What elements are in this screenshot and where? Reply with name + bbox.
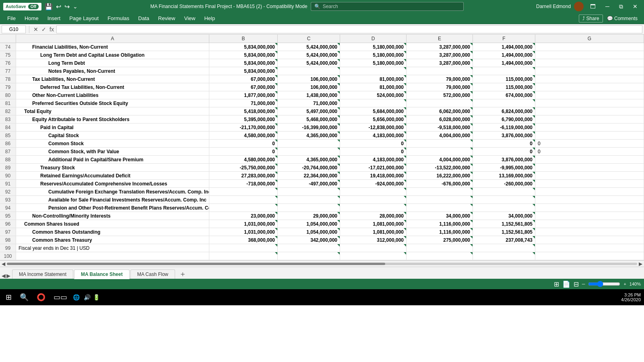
cell-c[interactable]: 1,438,000,000 bbox=[278, 91, 340, 99]
cell-c[interactable] bbox=[278, 67, 340, 75]
cell-b[interactable]: 5,395,000,000 bbox=[209, 115, 278, 123]
cell-a[interactable]: Tax Liabilities, Non-Current bbox=[16, 75, 209, 83]
cell-g[interactable] bbox=[535, 51, 644, 59]
cell-a[interactable]: Total Equity bbox=[16, 107, 209, 115]
cell-g[interactable]: 0 bbox=[535, 148, 644, 155]
col-header-a[interactable]: A bbox=[16, 35, 209, 43]
cancel-formula-icon[interactable]: ✕ bbox=[33, 26, 39, 33]
cell-c[interactable] bbox=[278, 204, 340, 212]
cell-d[interactable] bbox=[340, 204, 407, 212]
cell-f[interactable] bbox=[473, 99, 535, 107]
cell-f[interactable]: 34,000,000 bbox=[473, 212, 535, 220]
cell-e[interactable]: -9,518,000,000 bbox=[407, 123, 473, 131]
menu-help[interactable]: Help bbox=[200, 14, 219, 23]
tab-scroll-left[interactable]: ◀ bbox=[2, 273, 6, 279]
cell-f[interactable] bbox=[473, 204, 535, 212]
cell-e[interactable]: -13,522,000,000 bbox=[407, 164, 473, 171]
horizontal-scrollbar[interactable]: ◀ ▶ bbox=[0, 260, 644, 267]
cell-g[interactable] bbox=[535, 67, 644, 75]
cell-e[interactable]: 4,004,000,000 bbox=[407, 156, 473, 163]
menu-data[interactable]: Data bbox=[134, 14, 153, 23]
cell-d[interactable]: 19,418,000,000 bbox=[340, 172, 407, 179]
cell-c[interactable]: -497,000,000 bbox=[278, 180, 340, 187]
cell-c[interactable]: 106,000,000 bbox=[278, 83, 340, 91]
comments-button[interactable]: 💬 Comments bbox=[604, 15, 641, 22]
cell-d[interactable] bbox=[340, 67, 407, 75]
cell-e[interactable]: 572,000,000 bbox=[407, 91, 473, 99]
undo-icon[interactable]: ↩ bbox=[56, 3, 61, 10]
cell-f[interactable] bbox=[473, 67, 535, 75]
cell-e[interactable]: 3,287,000,000 bbox=[407, 51, 473, 59]
cell-d[interactable]: 5,180,000,000 bbox=[340, 59, 407, 67]
cell-f[interactable]: 13,169,000,000 bbox=[473, 172, 535, 179]
cell-e[interactable]: 275,000,000 bbox=[407, 236, 473, 244]
cell-f[interactable]: 115,000,000 bbox=[473, 83, 535, 91]
cell-a[interactable]: Fiscal year ends in Dec 31 | USD bbox=[16, 244, 209, 252]
cell-b[interactable]: 5,834,000,000 bbox=[209, 51, 278, 59]
cell-b[interactable]: 23,000,000 bbox=[209, 212, 278, 220]
cell-d[interactable]: 4,183,000,000 bbox=[340, 132, 407, 139]
cell-g[interactable] bbox=[535, 212, 644, 220]
cell-b[interactable]: 0 bbox=[209, 148, 278, 155]
cell-b[interactable]: 5,834,000,000 bbox=[209, 59, 278, 67]
cell-b[interactable]: 5,834,000,000 bbox=[209, 43, 278, 51]
cell-a[interactable]: Deferred Tax Liabilities, Non-Current bbox=[16, 83, 209, 91]
cell-d[interactable]: 28,000,000 bbox=[340, 212, 407, 220]
cell-g[interactable] bbox=[535, 75, 644, 83]
cell-a[interactable]: Pension and Other Post-Retirement Benefi… bbox=[16, 204, 209, 212]
col-header-f[interactable]: F bbox=[473, 35, 535, 43]
cell-c[interactable]: 5,424,000,000 bbox=[278, 51, 340, 59]
cell-b[interactable]: 1,031,000,000 bbox=[209, 220, 278, 228]
cell-e[interactable]: 34,000,000 bbox=[407, 212, 473, 220]
cell-c[interactable]: 29,000,000 bbox=[278, 212, 340, 220]
cell-c[interactable]: 5,468,000,000 bbox=[278, 115, 340, 123]
taskbar-clock[interactable]: 3:26 PM 4/26/2020 bbox=[621, 292, 641, 302]
windows-start-button[interactable]: ⊞ bbox=[3, 291, 14, 303]
cell-b[interactable]: 67,000,000 bbox=[209, 83, 278, 91]
cell-e[interactable]: -676,000,000 bbox=[407, 180, 473, 187]
cell-g[interactable] bbox=[535, 99, 644, 107]
cell-d[interactable]: 5,656,000,000 bbox=[340, 115, 407, 123]
cell-b[interactable]: 1,877,000,000 bbox=[209, 91, 278, 99]
minimize-button[interactable]: ─ bbox=[602, 2, 613, 10]
cell-d[interactable]: 1,081,000,000 bbox=[340, 228, 407, 236]
cell-c[interactable]: 342,000,000 bbox=[278, 236, 340, 244]
cell-a[interactable]: Additional Paid in Capital/Share Premium bbox=[16, 156, 209, 163]
scroll-right-icon[interactable]: ▶ bbox=[639, 261, 642, 267]
cell-g[interactable] bbox=[535, 252, 644, 260]
cell-c[interactable]: 5,497,000,000 bbox=[278, 107, 340, 115]
zoom-slider[interactable] bbox=[588, 281, 620, 287]
cell-g[interactable] bbox=[535, 91, 644, 99]
menu-page-layout[interactable]: Page Layout bbox=[65, 14, 103, 23]
cell-b[interactable]: 67,000,000 bbox=[209, 75, 278, 83]
cell-b[interactable]: 4,580,000,000 bbox=[209, 132, 278, 139]
cell-f[interactable]: 6,790,000,000 bbox=[473, 115, 535, 123]
cell-c[interactable] bbox=[278, 196, 340, 204]
cell-f[interactable]: -6,119,000,000 bbox=[473, 123, 535, 131]
cell-g[interactable] bbox=[535, 244, 644, 252]
cell-f[interactable]: 115,000,000 bbox=[473, 75, 535, 83]
cell-d[interactable] bbox=[340, 99, 407, 107]
cell-a[interactable]: Common Shares Outstanding bbox=[16, 228, 209, 236]
cell-f[interactable]: 0 bbox=[473, 140, 535, 147]
cell-a[interactable]: Preferred Securities Outside Stock Equit… bbox=[16, 99, 209, 107]
cell-a[interactable]: Notes Payables, Non-Current bbox=[16, 67, 209, 75]
cell-b[interactable] bbox=[209, 252, 278, 260]
confirm-formula-icon[interactable]: ✓ bbox=[41, 26, 47, 33]
cell-e[interactable] bbox=[407, 140, 473, 147]
cell-d[interactable]: 0 bbox=[340, 148, 407, 155]
cell-c[interactable]: -20,764,000,000 bbox=[278, 164, 340, 171]
cell-d[interactable]: 81,000,000 bbox=[340, 75, 407, 83]
cell-f[interactable]: 1,494,000,000 bbox=[473, 43, 535, 51]
cell-g[interactable] bbox=[535, 123, 644, 131]
cell-f[interactable]: 3,876,000,000 bbox=[473, 156, 535, 163]
cell-f[interactable]: -9,995,000,000 bbox=[473, 164, 535, 171]
cell-a[interactable]: Reserves/Accumulated Comprehensive Incom… bbox=[16, 180, 209, 187]
zoom-plus[interactable]: + bbox=[623, 282, 626, 286]
close-button[interactable]: ✕ bbox=[630, 2, 641, 10]
cell-b[interactable] bbox=[209, 204, 278, 212]
cell-f[interactable] bbox=[473, 188, 535, 195]
insert-function-icon[interactable]: fx bbox=[49, 26, 55, 33]
save-icon[interactable]: 💾 bbox=[45, 3, 53, 10]
cell-g[interactable] bbox=[535, 107, 644, 115]
